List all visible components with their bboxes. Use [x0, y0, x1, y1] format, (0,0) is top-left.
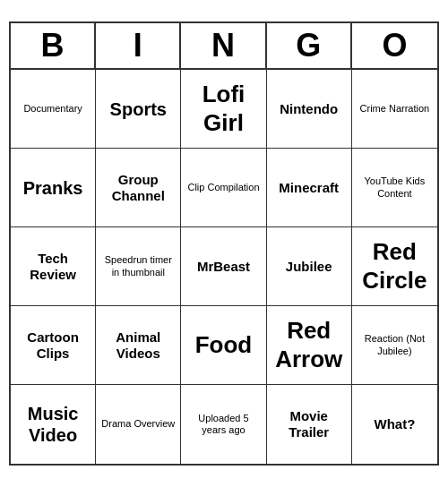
bingo-cell-21: Drama Overview: [96, 385, 181, 464]
bingo-cell-20: Music Video: [11, 385, 96, 464]
bingo-cell-0: Documentary: [11, 70, 96, 149]
cell-text-6: Group Channel: [99, 172, 177, 204]
bingo-cell-17: Food: [181, 306, 266, 385]
header-letter-i: I: [96, 23, 181, 68]
bingo-cell-24: What?: [352, 385, 437, 464]
bingo-card: BINGO DocumentarySportsLofi GirlNintendo…: [9, 21, 439, 466]
bingo-cell-12: MrBeast: [181, 227, 266, 306]
bingo-cell-22: Uploaded 5 years ago: [181, 385, 266, 464]
bingo-cell-16: Animal Videos: [96, 306, 181, 385]
cell-text-20: Music Video: [14, 403, 91, 446]
header-letter-n: N: [181, 23, 266, 68]
cell-text-7: Clip Compilation: [187, 182, 259, 193]
cell-text-2: Lofi Girl: [185, 81, 262, 136]
bingo-cell-13: Jubilee: [267, 227, 352, 306]
cell-text-10: Tech Review: [14, 251, 91, 283]
cell-text-13: Jubilee: [286, 259, 332, 275]
cell-text-19: Reaction (Not Jubilee): [356, 333, 434, 356]
cell-text-22: Uploaded 5 years ago: [185, 413, 262, 436]
cell-text-16: Animal Videos: [99, 329, 177, 362]
header-letter-g: G: [267, 23, 352, 68]
cell-text-5: Pranks: [23, 177, 83, 199]
cell-text-8: Minecraft: [279, 180, 339, 196]
bingo-cell-8: Minecraft: [267, 149, 352, 227]
bingo-cell-5: Pranks: [11, 149, 96, 227]
bingo-cell-6: Group Channel: [96, 149, 181, 227]
cell-text-0: Documentary: [23, 103, 82, 115]
cell-text-11: Speedrun timer in thumbnail: [99, 254, 177, 278]
cell-text-15: Cartoon Clips: [14, 329, 91, 362]
bingo-cell-19: Reaction (Not Jubilee): [352, 306, 437, 385]
cell-text-17: Food: [195, 331, 253, 359]
cell-text-14: Red Circle: [356, 238, 434, 294]
header-letter-o: O: [352, 23, 437, 68]
bingo-cell-14: Red Circle: [352, 227, 437, 306]
bingo-cell-10: Tech Review: [11, 227, 96, 306]
bingo-cell-11: Speedrun timer in thumbnail: [96, 227, 181, 306]
bingo-cell-1: Sports: [96, 70, 181, 149]
cell-text-23: Movie Trailer: [271, 408, 348, 440]
cell-text-4: Crime Narration: [360, 103, 430, 115]
bingo-grid: DocumentarySportsLofi GirlNintendoCrime …: [11, 70, 437, 464]
cell-text-9: YouTube Kids Content: [356, 175, 434, 199]
cell-text-3: Nintendo: [280, 101, 338, 117]
cell-text-12: MrBeast: [197, 259, 250, 275]
bingo-cell-23: Movie Trailer: [267, 385, 352, 464]
bingo-cell-15: Cartoon Clips: [11, 306, 96, 385]
cell-text-18: Red Arrow: [271, 317, 348, 372]
cell-text-24: What?: [374, 416, 415, 432]
bingo-cell-2: Lofi Girl: [181, 70, 266, 149]
bingo-cell-18: Red Arrow: [267, 306, 352, 385]
bingo-cell-9: YouTube Kids Content: [352, 149, 437, 227]
bingo-cell-7: Clip Compilation: [181, 149, 266, 227]
cell-text-1: Sports: [110, 98, 167, 120]
bingo-cell-4: Crime Narration: [352, 70, 437, 149]
bingo-header: BINGO: [11, 23, 437, 70]
header-letter-b: B: [11, 23, 96, 68]
cell-text-21: Drama Overview: [101, 418, 175, 430]
bingo-cell-3: Nintendo: [267, 70, 352, 149]
